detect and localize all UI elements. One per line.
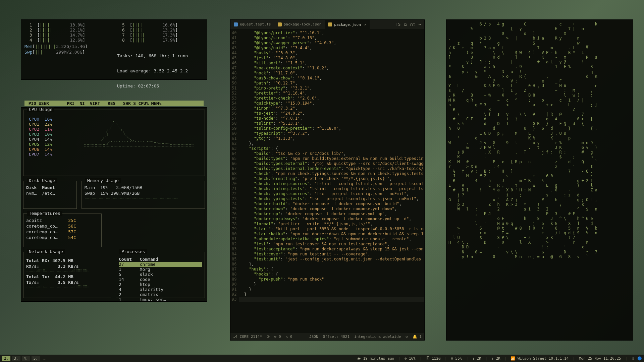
memory-main: Main 19% 3.0GB/15GB [85,185,202,190]
split-icon[interactable]: ▢▢ [410,22,415,27]
status-offset: Offset: 4021 [323,335,350,339]
tab-package.json[interactable]: package.json× [325,20,370,29]
disk-usage-title: Disk Usage [27,178,57,183]
processes-panel: Processes Count Command 27 chrome1 Xorg5… [116,252,205,298]
disk-header: Disk Mount [26,185,74,190]
net-rx-rate: RX/s: 3.3 KB/s [26,264,79,269]
net-tx-total: Total Tx: 44.2 MB [26,274,73,279]
status-repo: integrations-adelaide [354,335,401,339]
cpu-usage-title: CPU Usage [27,107,54,112]
status-lang[interactable]: JSON [309,335,318,339]
json-icon [278,22,282,26]
polybar-disk: 🗄 112G [426,356,441,361]
net-tx-rate: Tx/s: 3.5 KB/s [26,280,79,285]
processes-header: Count Command [119,257,202,262]
polybar-uptime: 🌧 19 minutes ago [357,356,394,361]
workspace-2[interactable]: 2: [2,356,10,361]
ts-icon[interactable]: TS [396,22,400,27]
workspace-4[interactable]: 4: [22,356,30,361]
disk-row: nvm… /etc… [26,191,74,196]
temp-row-1: coretemp_co… 56C [26,224,99,229]
temp-row-0: acpitz 25C [26,218,99,223]
cpu-usage-panel: CPU Usage CPU0 16% CPU1 22% CPU2 11% CPU… [23,110,205,176]
memory-swap: Swap 15% 298.9MB/2GB [85,191,202,196]
proc-row-chrome[interactable]: 27 chrome [119,262,202,267]
proc-row-htop[interactable]: 2 htop [119,282,202,287]
gotop-window: CPU Usage CPU0 16% CPU1 22% CPU2 11% CPU… [21,107,207,302]
htop-cpu-bars: 1 [|||| 13.0%] 5 [|||| 16.6%] 2 [||||| 2… [24,22,204,43]
polybar-netdown: ↓ 2K [472,356,481,361]
proc-row-tmux: ser…[interactable]: 1 tmux: ser… [119,297,202,302]
htop-column-header: PID USER PRI NI VIRT RES SHR S CPU% MEM% [24,101,204,106]
proc-row-alacritty[interactable]: 4 alacritty [119,287,202,292]
htop-core-7: 7 [||||| 17.3%] [117,33,204,38]
htop-core-3: 3 [|||| 14.7%] [24,33,111,38]
tab-label: package-lock.json [284,22,322,26]
tab-package-lock.json[interactable]: package-lock.json [274,20,325,29]
htop-mem: Mem[||||||||3.22G/15.4G] [24,44,111,49]
proc-row-code[interactable]: 14 code [119,277,202,282]
status-bell[interactable]: ⊘ [406,335,408,339]
htop-uptime: Uptime: 02:07:06 [117,83,204,88]
status-sync[interactable]: ⟳ [267,335,270,339]
vscode-tabbar: equest.test.tspackage-lock.jsonpackage.j… [230,20,424,29]
status-branch[interactable]: ⎇ CORE-2114* [233,335,262,339]
status-notify[interactable]: 🔔 1 [413,335,422,339]
polybar-mem: ▤ 55% [451,356,462,361]
htop-core-1: 1 [|||| 13.0%] [24,22,111,27]
compare-icon[interactable]: ⧉ [404,22,407,27]
tab-label: package.json [334,22,361,27]
memory-usage-panel: Memory Usage Main 19% 3.0GB/15GB Swap 15… [82,181,205,209]
cmatrix-window: 6/p 4g C c + k % [ y H 7| o 0 o ) X . b2… [446,19,633,341]
network-usage-panel: Network Usage Total RX: 407.5 MB RX/s: 3… [23,252,111,298]
temperatures-panel: Temperatures acpitz 25Ccoretemp_co… 56Cc… [23,214,102,247]
network-usage-title: Network Usage [27,249,65,254]
json-icon [328,22,332,26]
close-icon[interactable]: × [364,22,367,27]
htop-core-6: 6 [|||| 13.2%] [117,27,204,33]
vscode-tab-toolbar: TS ⧉ ▢▢ ⋯ [396,22,424,27]
htop-swp: Swp[||| 299M/2.00G] [24,50,111,55]
proc-row-cmatrix[interactable]: 2 cmatrix [119,292,202,297]
polybar-cpu: ⚙ 16% [405,356,416,361]
polybar-tray[interactable]: 🌡 🔵 [631,356,642,361]
processes-title: Processes [119,249,147,254]
htop-loadavg: Load average: 3.52 2.45 2.2 [117,68,204,73]
workspace-5[interactable]: 5: [32,356,40,361]
workspace-3[interactable]: 3: [12,356,20,361]
polybar: 2: 3: 4: 5: … 🌧 19 minutes ago| ⚙ 16%| 🗄… [0,355,644,362]
net-rx-spark: ⣀⣀⣀⣀⣠⣶⣿⣿⣀⣀⣀⣀⣀⣀⣀⣀⣀⣀⣀⣠⣾⣿⣿⣿⣿⣷⣄ [26,269,108,272]
net-tx-spark: ⣀⣀⣀⣀⣀⣤⣶⣄⣀⣀⣀⣀⣀⣀⣀⣀⣀⣀⣀⣀⣠⣶⣿⣷⣿⣿⣦ [26,285,108,288]
temp-row-3: coretemp_co… 54C [26,235,99,240]
net-rx-total: Total RX: 407.5 MB [26,258,73,263]
tab-label: equest.test.ts [240,22,271,26]
htop-core-4: 4 [|||| 12.6%] [24,38,111,43]
tab-equest.test.ts[interactable]: equest.test.ts [230,20,274,29]
memory-usage-title: Memory Usage [85,178,121,183]
disk-usage-panel: Disk Usage Disk Mount nvm… /etc… [23,181,77,209]
polybar-netup: ↑ 2K [491,356,500,361]
cpu-graph: ⡀ ⡠⠊⠢ ⡰⠁ ⠱⡀ ⡜ ⠘⡄ ⢀⠇ ⠘⢄ ⢀⠜ ⠑⢄⡀ ⣀⣀⣀⣀⣀⣀⣀⣀⣠⠊… [84,114,201,172]
htop-tasks: Tasks: 140, 668 thr; 1 runn [117,53,204,58]
ts-icon [234,22,238,26]
vscode-window: equest.test.tspackage-lock.jsonpackage.j… [230,19,425,341]
temp-row-2: coretemp_co… 57C [26,229,99,234]
memory-spark: ⠒⠒⠒⠒⠒⠒⠒⠒⠒⠒⠒⠒⠒⠒⠒⠒⠒⠒⠒⠒⠒⠒⠒⠒⠒⠒⠒⠒⠒⠒⠒⠒⠒⠒⠒⠒⠒⠒⠒⠒ [85,198,202,201]
polybar-date: Mon 25 Nov 11:26:25 [579,356,621,361]
vscode-editor[interactable]: 4041424344454647484950515253545556575859… [230,29,424,333]
temperatures-title: Temperatures [27,211,62,216]
more-icon[interactable]: ⋯ [419,22,421,27]
status-errors[interactable]: ⊘ 0 [274,335,281,339]
htop-window: 1 [|||| 13.0%] 5 [|||| 16.6%] 2 [||||| 2… [21,19,207,80]
proc-row-Xorg[interactable]: 1 Xorg [119,267,202,272]
polybar-wifi: 📶 Wilson Street 10.1.1.14 [511,356,569,361]
proc-row-slack[interactable]: 5 slack [119,272,202,277]
htop-core-8: 8 [||||| 17.9%] [117,38,204,43]
htop-core-2: 2 [||||| 22.1%] [24,27,111,33]
htop-core-5: 5 [|||| 16.6%] [117,22,204,27]
vscode-statusbar: ⎇ CORE-2114* ⟳ ⊘ 0 △ 0 JSON Offset: 4021… [230,333,424,340]
status-warn[interactable]: △ 0 [286,335,292,339]
